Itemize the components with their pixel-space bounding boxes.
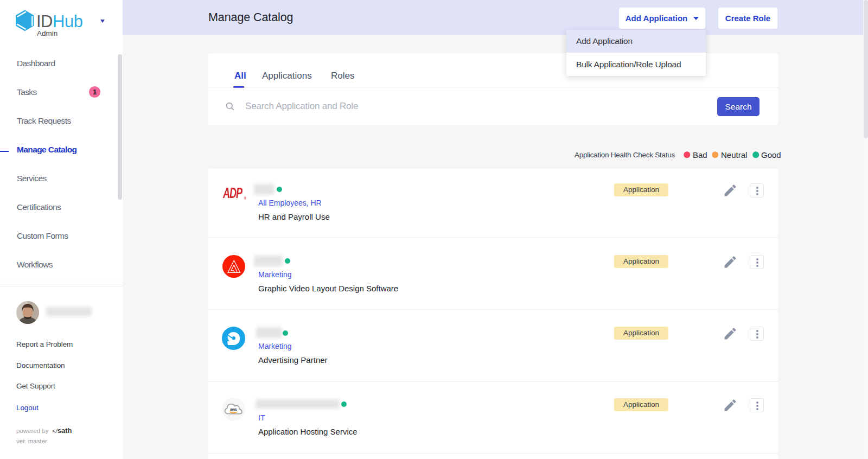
svg-text:aws: aws — [230, 407, 237, 411]
